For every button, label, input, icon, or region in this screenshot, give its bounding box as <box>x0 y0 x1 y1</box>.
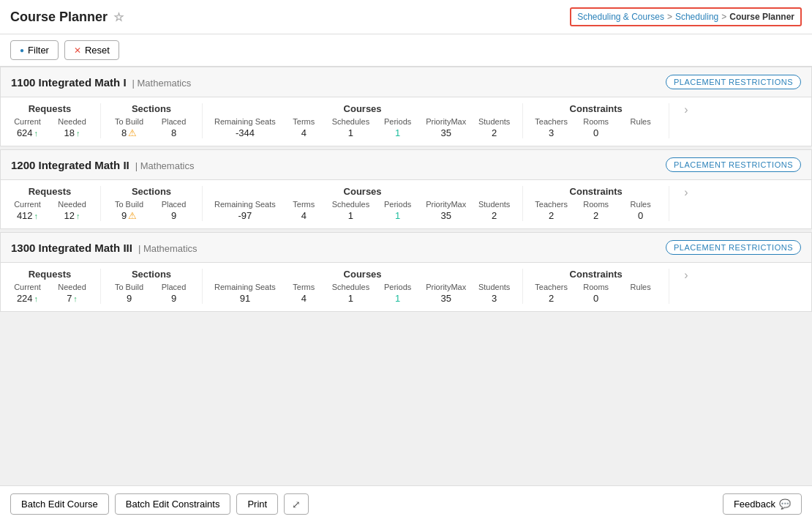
col-value-crs-2-4[interactable]: 35 <box>440 293 451 304</box>
group-title-con-1: Constraints <box>535 186 657 197</box>
favorite-star-icon[interactable]: ☆ <box>113 10 124 24</box>
col-value-crs-0-0[interactable]: -344 <box>236 127 255 138</box>
filter-label: Filter <box>28 45 49 56</box>
section-group-con-1: ConstraintsTeachers2Rooms2Rules0 <box>535 186 669 221</box>
feedback-icon: 💬 <box>779 499 791 510</box>
col-value-req-2-1[interactable]: 7↑ <box>67 293 78 304</box>
placement-restrictions-button-1[interactable]: PLACEMENT RESTRICTIONS <box>666 157 801 172</box>
col-value-con-1-1[interactable]: 2 <box>593 210 598 221</box>
col-value-sec-1-1[interactable]: 9 <box>171 210 176 221</box>
col-item-con-2-0: Teachers2 <box>535 283 568 304</box>
footer-left: Batch Edit Course Batch Edit Constraints… <box>10 493 309 515</box>
col-value-crs-2-1[interactable]: 4 <box>301 293 307 304</box>
col-label-con-0-1: Rooms <box>583 117 609 126</box>
col-value-crs-0-3[interactable]: 1 <box>395 127 400 138</box>
col-item-sec-1-1: Placed9 <box>157 200 190 221</box>
col-item-crs-2-5: Students3 <box>478 283 511 304</box>
col-value-con-2-0[interactable]: 2 <box>549 293 554 304</box>
col-value-req-2-0[interactable]: 224↑ <box>17 293 38 304</box>
col-label-req-0-1: Needed <box>58 117 86 126</box>
group-cols-con-0: Teachers3Rooms0Rules <box>535 117 657 138</box>
col-value-crs-1-1[interactable]: 4 <box>301 210 307 221</box>
section-group-req-0: RequestsCurrent624↑Needed18↑ <box>11 103 101 138</box>
course-header-1: 1200 Integrated Math II| MathematicsPLAC… <box>1 150 811 180</box>
col-item-crs-2-4: PriorityMax35 <box>426 283 466 304</box>
course-title-1[interactable]: 1200 Integrated Math II <box>11 159 129 171</box>
footer: Batch Edit Course Batch Edit Constraints… <box>0 485 812 522</box>
chevron-right-icon-2[interactable]: › <box>681 269 688 282</box>
breadcrumb-part2[interactable]: Scheduling <box>675 12 718 22</box>
reset-label: Reset <box>85 45 110 56</box>
col-value-sec-1-0[interactable]: 9⚠ <box>121 210 137 221</box>
col-value-crs-0-5[interactable]: 2 <box>492 127 497 138</box>
filter-dot-icon: ● <box>20 46 24 54</box>
breadcrumb-part1[interactable]: Scheduling & Courses <box>577 12 664 22</box>
page-title: Course Planner <box>10 10 108 25</box>
filter-button[interactable]: ● Filter <box>10 40 59 60</box>
col-label-con-0-0: Teachers <box>535 117 568 126</box>
col-value-crs-1-5[interactable]: 2 <box>492 210 497 221</box>
col-value-crs-0-4[interactable]: 35 <box>440 127 451 138</box>
col-value-con-0-0[interactable]: 3 <box>549 127 554 138</box>
col-item-con-2-1: Rooms0 <box>579 283 612 304</box>
expand-button[interactable]: ⤢ <box>284 493 309 515</box>
col-value-crs-1-0[interactable]: -97 <box>238 210 252 221</box>
col-value-crs-2-0[interactable]: 91 <box>240 293 250 304</box>
col-value-req-0-1[interactable]: 18↑ <box>64 127 80 138</box>
col-value-sec-2-0[interactable]: 9 <box>127 293 132 304</box>
feedback-label: Feedback <box>734 499 775 510</box>
section-group-req-1: RequestsCurrent412↑Needed12↑ <box>11 186 101 221</box>
chevron-right-icon-1[interactable]: › <box>681 186 688 199</box>
col-label-con-0-2: Rules <box>631 117 651 126</box>
course-data-0: RequestsCurrent624↑Needed18↑SectionsTo B… <box>1 97 811 146</box>
chevron-right-icon-0[interactable]: › <box>681 103 688 116</box>
col-label-sec-1-1: Placed <box>162 200 187 209</box>
course-block-1: 1200 Integrated Math II| MathematicsPLAC… <box>0 149 812 229</box>
feedback-button[interactable]: Feedback 💬 <box>723 493 802 515</box>
col-value-crs-1-4[interactable]: 35 <box>440 210 451 221</box>
col-label-crs-2-5: Students <box>478 283 510 291</box>
col-value-req-1-0[interactable]: 412↑ <box>17 210 38 221</box>
col-value-con-1-0[interactable]: 2 <box>549 210 554 221</box>
print-button[interactable]: Print <box>236 493 278 515</box>
group-cols-req-0: Current624↑Needed18↑ <box>11 117 89 138</box>
placement-restrictions-button-0[interactable]: PLACEMENT RESTRICTIONS <box>666 75 801 89</box>
placement-restrictions-button-2[interactable]: PLACEMENT RESTRICTIONS <box>666 240 801 255</box>
arrow-up-icon: ↑ <box>76 129 80 138</box>
col-value-crs-2-5[interactable]: 3 <box>492 293 497 304</box>
col-value-con-2-1[interactable]: 0 <box>593 293 598 304</box>
course-title-0[interactable]: 1100 Integrated Math I <box>11 76 127 89</box>
reset-button[interactable]: ✕ Reset <box>64 40 119 60</box>
col-label-sec-1-0: To Build <box>115 200 143 209</box>
course-dept-2: | Mathematics <box>138 243 198 254</box>
section-group-req-2: RequestsCurrent224↑Needed7↑ <box>11 269 101 304</box>
col-label-crs-1-4: PriorityMax <box>426 200 466 209</box>
col-value-req-0-0[interactable]: 624↑ <box>17 127 38 138</box>
group-title-crs-0: Courses <box>214 103 511 114</box>
reset-x-icon: ✕ <box>74 45 81 56</box>
main-content: 1100 Integrated Math I| MathematicsPLACE… <box>0 67 812 485</box>
course-title-2[interactable]: 1300 Integrated Math III <box>11 242 132 254</box>
col-value-con-1-2[interactable]: 0 <box>638 210 643 221</box>
col-value-crs-2-2[interactable]: 1 <box>348 293 353 304</box>
col-value-crs-1-2[interactable]: 1 <box>348 210 353 221</box>
col-value-crs-1-3[interactable]: 1 <box>395 210 400 221</box>
col-label-sec-2-0: To Build <box>115 283 143 291</box>
col-value-con-0-1[interactable]: 0 <box>593 127 598 138</box>
col-value-sec-0-0[interactable]: 8⚠ <box>121 127 137 138</box>
breadcrumb-current: Course Planner <box>729 12 794 22</box>
batch-edit-constraints-button[interactable]: Batch Edit Constraints <box>115 493 231 515</box>
col-value-crs-2-3[interactable]: 1 <box>395 293 400 304</box>
col-value-sec-2-1[interactable]: 9 <box>171 293 176 304</box>
section-group-crs-0: CoursesRemaining Seats-344Terms4Schedule… <box>214 103 523 138</box>
col-item-crs-2-3: Periods1 <box>381 283 414 304</box>
col-item-req-1-1: Needed12↑ <box>56 200 89 221</box>
batch-edit-course-button[interactable]: Batch Edit Course <box>10 493 109 515</box>
course-header-0: 1100 Integrated Math I| MathematicsPLACE… <box>1 67 811 97</box>
col-value-sec-0-1[interactable]: 8 <box>171 127 176 138</box>
col-label-crs-1-0: Remaining Seats <box>214 200 276 209</box>
col-value-crs-0-1[interactable]: 4 <box>301 127 307 138</box>
col-value-req-1-1[interactable]: 12↑ <box>64 210 80 221</box>
col-item-req-2-0: Current224↑ <box>11 283 44 304</box>
col-value-crs-0-2[interactable]: 1 <box>348 127 353 138</box>
